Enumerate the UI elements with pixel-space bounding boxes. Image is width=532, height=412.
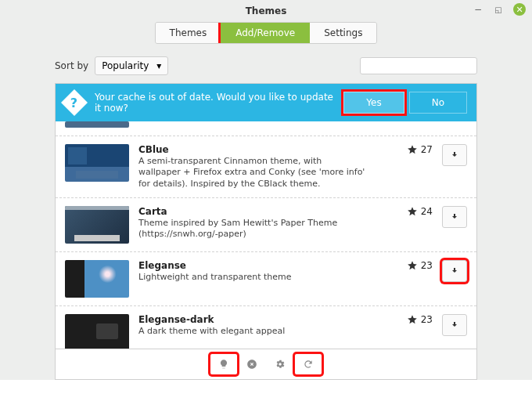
cache-info-bar: ? Your cache is out of date. Would you l… (56, 84, 476, 121)
sort-label: Sort by (55, 60, 88, 71)
settings-button[interactable] (267, 354, 293, 374)
controls-row: Sort by Popularity ▾ (55, 52, 477, 80)
theme-row (56, 121, 476, 136)
titlebar: Themes − ◱ ✕ (0, 0, 532, 22)
theme-name: Carta (138, 206, 384, 217)
theme-description: A semi-transparent Cinnamon theme, with … (138, 156, 365, 190)
minimize-icon[interactable]: − (473, 4, 483, 15)
tab-settings[interactable]: Settings (309, 23, 376, 43)
cache-message: Your cache is out of date. Would you lik… (95, 92, 339, 114)
sort-dropdown[interactable]: Popularity ▾ (95, 56, 168, 75)
theme-row: CBlue A semi-transparent Cinnamon theme,… (56, 136, 476, 198)
sort-value: Popularity (102, 60, 149, 71)
download-button[interactable] (442, 314, 467, 336)
theme-thumbnail (65, 144, 129, 182)
gear-icon (275, 359, 286, 370)
tab-bar: Themes Add/Remove Settings (0, 22, 532, 52)
maximize-icon[interactable]: ◱ (493, 4, 504, 15)
refresh-icon (303, 359, 314, 370)
theme-row: Carta Theme inspired by Sam Hewitt's Pap… (56, 198, 476, 252)
chevron-down-icon: ▾ (156, 60, 161, 71)
download-icon (450, 266, 459, 276)
download-icon (450, 320, 459, 330)
theme-description: A dark theme with elegant appeal (138, 326, 365, 337)
refresh-button[interactable] (295, 354, 322, 374)
theme-rating: 27 (394, 144, 433, 155)
cache-yes-button[interactable]: Yes (343, 92, 404, 114)
theme-description: Theme inspired by Sam Hewitt's Paper The… (138, 218, 365, 240)
theme-name: CBlue (138, 144, 384, 155)
download-button[interactable] (442, 206, 467, 228)
rating-count: 27 (421, 144, 433, 155)
cache-no-button[interactable]: No (409, 92, 467, 114)
theme-name: Eleganse (138, 260, 384, 271)
theme-rating: 24 (394, 206, 433, 217)
theme-thumbnail (65, 260, 129, 298)
info-icon: ? (61, 89, 88, 116)
info-button[interactable] (210, 354, 237, 374)
download-icon (450, 150, 459, 160)
remove-button[interactable] (239, 354, 265, 374)
star-icon (407, 314, 418, 325)
tab-themes[interactable]: Themes (156, 23, 221, 43)
download-button[interactable] (442, 144, 467, 166)
window-title: Themes (246, 5, 287, 16)
theme-row: Eleganse Lightweight and transparent the… (56, 252, 476, 306)
theme-row: Eleganse-dark A dark theme with elegant … (56, 306, 476, 349)
cancel-icon (246, 359, 257, 370)
star-icon (407, 144, 418, 155)
close-icon[interactable]: ✕ (513, 3, 526, 16)
bulb-icon (218, 359, 229, 370)
download-button[interactable] (442, 260, 467, 282)
theme-thumbnail (65, 314, 129, 349)
theme-thumbnail (65, 206, 129, 244)
theme-scroll-area[interactable]: CBlue A semi-transparent Cinnamon theme,… (56, 121, 476, 349)
rating-count: 24 (421, 206, 433, 217)
download-icon (450, 212, 459, 222)
theme-list-container: ? Your cache is out of date. Would you l… (55, 83, 477, 380)
footer-toolbar (56, 349, 476, 379)
theme-name: Eleganse-dark (138, 314, 384, 325)
search-input[interactable] (360, 57, 477, 74)
rating-count: 23 (421, 260, 433, 271)
theme-description: Lightweight and transparent theme (138, 272, 365, 283)
theme-thumbnail (65, 121, 129, 128)
window-controls: − ◱ ✕ (473, 3, 526, 16)
theme-rating: 23 (394, 314, 433, 325)
search-field[interactable] (370, 60, 487, 71)
star-icon (407, 260, 418, 271)
star-icon (407, 206, 418, 217)
tab-add-remove[interactable]: Add/Remove (221, 23, 309, 43)
theme-rating: 23 (394, 260, 433, 271)
rating-count: 23 (421, 314, 433, 325)
